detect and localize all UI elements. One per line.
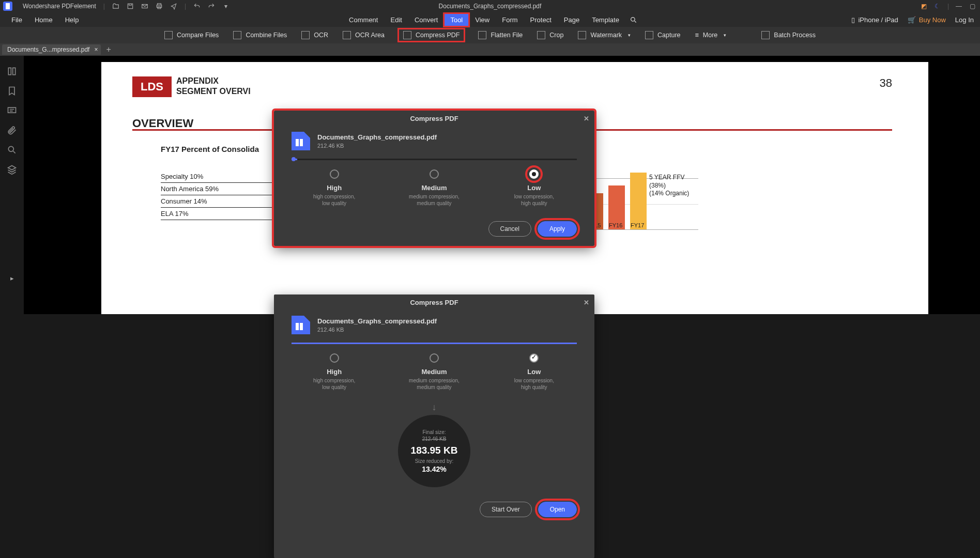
toolbar: Compare Files Combine Files OCR OCR Area… <box>0 27 980 43</box>
tool-capture[interactable]: Capture <box>645 31 680 39</box>
menu-tool[interactable]: Tool <box>444 13 469 26</box>
file-name: Documents_Graphs_compressed.pdf <box>317 133 437 141</box>
minimize-icon[interactable]: — <box>955 3 962 10</box>
menu-home[interactable]: Home <box>28 13 59 26</box>
compare-icon <box>164 31 173 39</box>
page-number: 38 <box>880 76 892 90</box>
menubar: File Home Help Comment Edit Convert Tool… <box>0 12 980 27</box>
tool-watermark[interactable]: Watermark▾ <box>578 31 631 39</box>
dialog-title: Compress PDF✕ <box>274 111 594 127</box>
tool-flatten-file[interactable]: Flatten File <box>478 31 523 39</box>
tab-add-icon[interactable]: + <box>106 45 111 54</box>
theme-icon[interactable]: ☾ <box>934 3 941 10</box>
redo-icon[interactable] <box>208 3 215 10</box>
bookmarks-icon[interactable] <box>7 86 17 96</box>
pdf-file-icon <box>292 316 310 334</box>
fy17-heading: FY17 Percent of Consolida <box>161 145 259 153</box>
radio-icon[interactable] <box>330 353 339 363</box>
bar-fy17 <box>630 173 647 229</box>
save-icon[interactable] <box>127 3 134 10</box>
progress-bar <box>292 159 577 160</box>
attachments-icon[interactable] <box>7 125 17 135</box>
close-icon[interactable]: ✕ <box>584 115 589 122</box>
tab-document[interactable]: Documents_G...mpressed.pdf× <box>2 44 101 55</box>
option-medium[interactable]: Medium medium compression,medium quality <box>395 169 473 207</box>
option-low[interactable]: Low low compression,high quality <box>495 353 573 391</box>
tool-batch-process[interactable]: Batch Process <box>761 31 816 39</box>
cart-icon: 🛒 <box>908 16 916 24</box>
tool-ocr-area[interactable]: OCR Area <box>343 31 385 39</box>
menu-comment[interactable]: Comment <box>343 13 384 26</box>
buy-now-link[interactable]: 🛒Buy Now <box>908 16 946 24</box>
comments-icon[interactable] <box>7 105 17 116</box>
print-icon[interactable] <box>156 3 163 10</box>
tool-crop[interactable]: Crop <box>537 31 563 39</box>
menu-convert[interactable]: Convert <box>408 13 445 26</box>
login-link[interactable]: Log In <box>955 16 974 24</box>
layers-icon[interactable] <box>7 164 17 175</box>
document-title: Documents_Graphs_compressed.pdf <box>439 3 542 10</box>
option-high[interactable]: High high compression,low quality <box>296 353 373 391</box>
tabbar: Documents_G...mpressed.pdf× + <box>0 43 980 56</box>
radio-icon[interactable] <box>330 169 339 179</box>
ocr-icon <box>301 31 310 39</box>
menu-file[interactable]: File <box>5 13 28 26</box>
apply-button[interactable]: Apply <box>538 221 577 237</box>
menu-protect[interactable]: Protect <box>524 13 558 26</box>
notification-icon[interactable]: ◩ <box>921 3 928 10</box>
capture-icon <box>645 31 653 39</box>
batch-icon <box>761 31 770 39</box>
radio-selected-icon[interactable] <box>529 353 539 363</box>
watermark-icon <box>578 31 586 39</box>
menu-template[interactable]: Template <box>586 13 625 26</box>
option-medium[interactable]: Medium medium compression,medium quality <box>395 353 473 391</box>
start-over-button[interactable]: Start Over <box>480 502 532 517</box>
menu-view[interactable]: View <box>469 13 496 26</box>
final-size: 183.95 KB <box>411 445 458 456</box>
close-icon[interactable]: ✕ <box>584 299 589 306</box>
file-size: 212.46 KB <box>317 327 437 333</box>
option-high[interactable]: High high compression,low quality <box>296 169 373 207</box>
thumbnails-icon[interactable] <box>7 66 17 76</box>
compress-pdf-dialog-1: Compress PDF✕ Documents_Graphs_compresse… <box>274 111 594 246</box>
dropdown-icon[interactable]: ▾ <box>222 3 229 10</box>
page-heading-appendix: APPENDIX <box>176 76 219 86</box>
tool-combine-files[interactable]: Combine Files <box>233 31 287 39</box>
flatten-icon <box>478 31 486 39</box>
five-year-ffv: 5 YEAR FFV (38%) (14% Organic) <box>649 174 689 198</box>
svg-rect-7 <box>13 68 16 74</box>
svg-rect-8 <box>8 107 16 113</box>
radio-icon[interactable] <box>529 169 539 179</box>
compression-options: High high compression,low quality Medium… <box>274 160 594 216</box>
radio-icon[interactable] <box>430 169 439 179</box>
tab-close-icon[interactable]: × <box>94 46 98 53</box>
svg-rect-6 <box>8 68 11 74</box>
open-button[interactable]: Open <box>538 502 577 517</box>
tool-ocr[interactable]: OCR <box>301 31 328 39</box>
tool-compare-files[interactable]: Compare Files <box>164 31 219 39</box>
menu-edit[interactable]: Edit <box>384 13 408 26</box>
search-icon[interactable] <box>630 13 637 26</box>
combine-icon <box>233 31 241 39</box>
page-heading-segment: SEGMENT OVERVI <box>176 87 251 96</box>
radio-icon[interactable] <box>430 353 439 363</box>
option-low[interactable]: Low low compression,high quality <box>495 169 573 207</box>
undo-icon[interactable] <box>193 3 201 10</box>
cancel-button[interactable]: Cancel <box>488 221 531 237</box>
compression-result: Final size: 212.46 KB 183.95 KB Size red… <box>398 415 470 487</box>
tool-compress-pdf[interactable]: Compress PDF <box>399 29 464 41</box>
open-file-icon[interactable] <box>112 3 119 10</box>
maximize-icon[interactable]: ▢ <box>969 3 976 10</box>
iphone-ipad-link[interactable]: ▯iPhone / iPad <box>851 16 898 24</box>
menu-help[interactable]: Help <box>59 13 85 26</box>
phone-icon: ▯ <box>851 16 855 24</box>
tool-more[interactable]: ≡More▾ <box>695 32 727 39</box>
search-panel-icon[interactable] <box>7 145 17 155</box>
file-info: Documents_Graphs_compressed.pdf 212.46 K… <box>274 311 594 339</box>
mail-icon[interactable] <box>141 3 148 10</box>
menu-form[interactable]: Form <box>496 13 524 26</box>
expand-sidebar-icon[interactable]: ▸ <box>7 273 17 283</box>
menu-page[interactable]: Page <box>558 13 586 26</box>
share-icon[interactable] <box>170 3 177 10</box>
crop-icon <box>537 31 545 39</box>
